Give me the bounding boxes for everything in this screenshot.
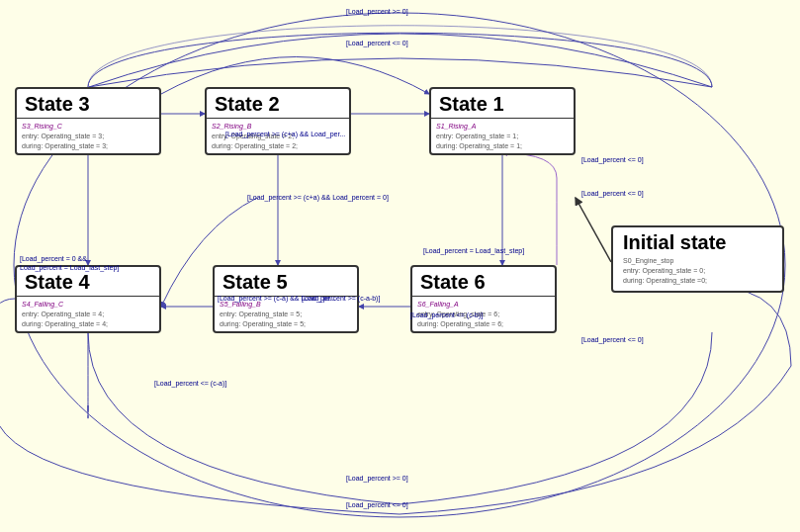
initial-state-title: Initial state [623,231,772,254]
state3-body: S3_Rising_C entry: Operating_state = 3; … [17,119,159,153]
state5-entry: entry: Operating_state = 5; [220,310,352,319]
state5-title: State 5 [215,267,357,297]
label-top2: [Load_percent <= 0] [346,40,408,46]
state5-during: during: Operating_state = 5; [220,319,352,329]
state2-box: State 2 S2_Rising_B entry: Operating_sta… [205,87,351,155]
label-right3: [Load_percent <= 0] [581,336,644,343]
label-left1: [Load_percent = 0 && [20,255,87,262]
label-right2: [Load_percent <= 0] [581,190,644,197]
state6-subname: S6_Falling_A [417,300,550,310]
state2-during: during: Operating_state = 2; [212,141,344,151]
state1-entry: entry: Operating_state = 1; [436,132,569,141]
diagram-container: State 3 S3_Rising_C entry: Operating_sta… [0,0,800,532]
state6-box: State 6 S6_Falling_A entry: Operating_st… [410,265,557,333]
state4-title: State 4 [17,267,159,297]
label-bot2: [Load_percent >= (c-a-b)] [302,295,380,302]
state6-title: State 6 [412,267,555,297]
state3-subname: S3_Rising_C [22,122,154,132]
state4-box: State 4 S4_Falling_C entry: Operating_st… [15,265,161,333]
initial-state-body: S0_Engine_stop entry: Operating_state = … [623,254,772,287]
label-bottom2: [Load_percent <= 0] [346,501,408,508]
state3-entry: entry: Operating_state = 3; [22,132,154,141]
initial-state-subname: S0_Engine_stop [623,256,772,266]
state5-body: S5_Falling_B entry: Operating_state = 5;… [215,297,357,331]
label-mid1: [Load_percent >= (c+a) && Load_per... [225,131,345,137]
label-right1: [Load_percent <= 0] [581,156,644,163]
state2-title: State 2 [207,89,349,119]
state4-during: during: Operating_state = 4; [22,319,154,329]
state3-box: State 3 S3_Rising_C entry: Operating_sta… [15,87,161,155]
state1-subname: S1_Rising_A [436,122,569,132]
state6-during: during: Operating_state = 6; [417,319,550,329]
state1-during: during: Operating_state = 1; [436,141,569,151]
state1-box: State 1 S1_Rising_A entry: Operating_sta… [429,87,576,155]
initial-state-entry: entry: Operating_state = 0; [623,266,772,276]
state1-title: State 1 [431,89,574,119]
label-bot3: [Load_percent <= (c-a)] [154,380,226,387]
label-top1: [Load_percent >= 0] [346,8,408,15]
label-mid3: [Load_percent = Load_last_step] [423,247,524,254]
state3-during: during: Operating_state = 3; [22,141,154,151]
state4-body: S4_Falling_C entry: Operating_state = 4;… [17,297,159,331]
label-bottom1: [Load_percent >= 0] [346,475,408,482]
label-mid2: [Load_percent >= (c+a) && Load_percent =… [247,194,389,201]
state4-entry: entry: Operating_state = 4; [22,310,154,319]
initial-state-box: Initial state S0_Engine_stop entry: Oper… [611,225,784,293]
initial-state-during: during: Operating_state =0; [623,276,772,286]
state4-subname: S4_Falling_C [22,300,154,310]
state1-body: S1_Rising_A entry: Operating_state = 1; … [431,119,574,153]
state3-title: State 3 [17,89,159,119]
label-bot4: [Load_percent <= (c-b)] [410,311,483,318]
label-left2: Load_percent = Load_last_step] [20,264,119,271]
